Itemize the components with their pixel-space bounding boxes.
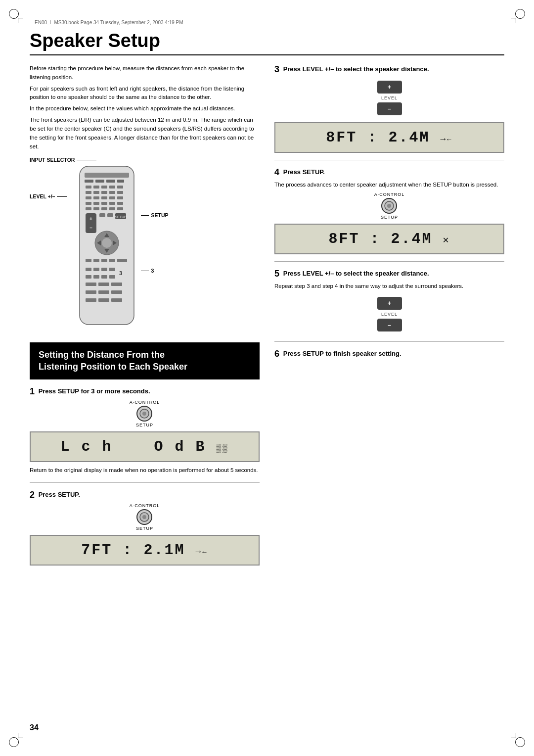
- svg-point-70: [142, 515, 146, 519]
- svg-rect-65: [98, 298, 109, 302]
- step-1-text: Press SETUP for 3 or more seconds.: [39, 387, 150, 395]
- svg-point-72: [387, 204, 391, 208]
- svg-rect-53: [109, 268, 115, 271]
- corner-mark-bl: [9, 737, 19, 747]
- setup-circle-1: [136, 406, 152, 422]
- svg-rect-47: [109, 259, 115, 262]
- step4-display: 8FT : 2.4M ✕: [274, 224, 504, 254]
- svg-text:SETUP: SETUP: [115, 215, 127, 219]
- svg-rect-23: [101, 202, 107, 205]
- step3-display-text: 8FT : 2.4M →←: [326, 129, 452, 146]
- svg-rect-28: [101, 207, 107, 210]
- svg-rect-50: [86, 268, 91, 271]
- level-label-remote: LEVEL +/–: [30, 193, 55, 199]
- step-1-number: 1: [30, 386, 35, 396]
- svg-rect-27: [93, 207, 99, 210]
- svg-rect-24: [109, 202, 115, 205]
- setup-circle-4: [381, 198, 397, 214]
- svg-rect-48: [117, 259, 127, 262]
- inner-corner-tr: [511, 18, 516, 23]
- level-minus-3[interactable]: –: [377, 102, 402, 115]
- intro-p4: The front speakers (L/R) can be adjusted…: [30, 116, 260, 151]
- svg-rect-29: [109, 207, 115, 210]
- svg-rect-46: [101, 259, 107, 262]
- level-plus-5[interactable]: +: [377, 297, 402, 310]
- step-divider-4: [274, 261, 504, 262]
- remote-control-image: + – SETUP: [70, 164, 139, 333]
- svg-rect-18: [101, 196, 107, 199]
- step4-note: The process advances to center speaker a…: [274, 181, 504, 189]
- step1-note: Return to the original display is made w…: [30, 466, 260, 474]
- step-divider-3: [274, 160, 504, 160]
- level-minus-5[interactable]: –: [377, 319, 402, 331]
- step3-level-icon: + LEVEL –: [274, 78, 504, 118]
- svg-rect-8: [101, 186, 107, 189]
- svg-rect-64: [86, 298, 96, 302]
- svg-rect-52: [101, 268, 107, 271]
- svg-rect-35: [107, 213, 113, 217]
- step-divider-5: [274, 341, 504, 342]
- corner-mark-br: [515, 737, 525, 747]
- step2-display-text: 7FT : 2.1M →←: [81, 542, 208, 559]
- intro-p3: In the procedure below, select the value…: [30, 104, 260, 113]
- step-6-text: Press SETUP to finish speaker setting.: [283, 349, 401, 357]
- step-6: 6 Press SETUP to finish speaker setting.: [274, 349, 504, 359]
- svg-rect-58: [86, 283, 96, 286]
- svg-rect-60: [111, 283, 122, 286]
- step5-level-icon: + LEVEL –: [274, 294, 504, 334]
- step-5-number: 5: [274, 269, 279, 279]
- svg-rect-5: [117, 180, 124, 183]
- corner-mark-tr: [515, 9, 525, 19]
- section-title-box: Setting the Distance From the Listening …: [30, 342, 260, 379]
- svg-text:–: –: [90, 225, 93, 231]
- svg-text:+: +: [90, 216, 93, 222]
- step-2-text: Press SETUP.: [39, 491, 80, 498]
- svg-rect-62: [98, 290, 109, 294]
- step1-display: L c h O d B ▒▒: [30, 431, 260, 462]
- left-column: Before starting the procedure below, mea…: [30, 64, 260, 573]
- step1-display-text: L c h O d B ▒▒: [60, 438, 228, 455]
- step5-note: Repeat step 3 and step 4 in the same way…: [274, 282, 504, 290]
- svg-rect-63: [111, 290, 122, 294]
- step-5: 5 Press LEVEL +/– to select the speaker …: [274, 269, 504, 334]
- svg-rect-21: [86, 202, 91, 205]
- input-selector-arrow: [77, 160, 96, 160]
- step-2-header: 2 Press SETUP.: [30, 490, 260, 500]
- level-arrow: [57, 196, 67, 197]
- step-3-number: 3: [274, 64, 279, 74]
- svg-rect-3: [95, 180, 104, 183]
- svg-rect-6: [86, 186, 91, 189]
- step-5-text: Press LEVEL +/– to select the speaker di…: [283, 270, 429, 277]
- input-selector-label: INPUT SELECTOR: [30, 157, 75, 163]
- step1-setup-icon: A·CONTROL SETUP: [30, 400, 260, 427]
- svg-rect-61: [86, 290, 96, 294]
- step-divider-1: [30, 482, 260, 483]
- svg-point-68: [142, 412, 146, 416]
- step-3-text: Press LEVEL +/– to select the speaker di…: [283, 65, 429, 73]
- svg-rect-2: [85, 180, 93, 183]
- step-1: 1 Press SETUP for 3 or more seconds. A·C…: [30, 386, 260, 474]
- step-3-header: 3 Press LEVEL +/– to select the speaker …: [274, 64, 504, 75]
- step-5-header: 5 Press LEVEL +/– to select the speaker …: [274, 269, 504, 279]
- svg-rect-4: [106, 180, 115, 183]
- level-plus-3[interactable]: +: [377, 81, 402, 94]
- svg-rect-30: [117, 207, 123, 210]
- step-4: 4 Press SETUP. The process advances to c…: [274, 167, 504, 254]
- step-2: 2 Press SETUP. A·CONTROL SETUP: [30, 490, 260, 566]
- two-column-layout: Before starting the procedure below, mea…: [30, 64, 504, 573]
- svg-rect-59: [98, 283, 109, 286]
- step4-setup-icon: A·CONTROL SETUP: [274, 192, 504, 220]
- file-info: EN00_L-MS30.book Page 34 Tuesday, Septem…: [30, 20, 504, 25]
- svg-point-39: [102, 238, 112, 248]
- svg-rect-10: [117, 186, 123, 189]
- page-title: Speaker Setup: [30, 30, 504, 55]
- step-6-header: 6 Press SETUP to finish speaker setting.: [274, 349, 504, 359]
- intro-p2: For pair speakers such as front left and…: [30, 85, 260, 102]
- svg-rect-66: [111, 298, 122, 302]
- svg-rect-13: [101, 191, 107, 194]
- step-2-number: 2: [30, 490, 35, 500]
- svg-rect-20: [117, 196, 123, 199]
- svg-rect-25: [117, 202, 123, 205]
- svg-rect-9: [109, 186, 115, 189]
- svg-rect-26: [86, 207, 91, 210]
